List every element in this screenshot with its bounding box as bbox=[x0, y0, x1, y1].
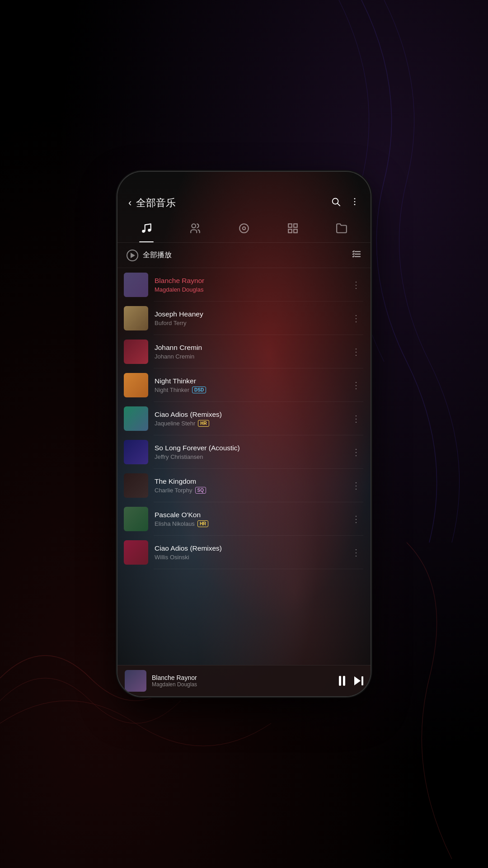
list-item[interactable]: Pascale O'Kon Elisha Nikolaus HR ⋮ bbox=[117, 502, 371, 536]
more-options-icon[interactable] bbox=[350, 197, 360, 209]
list-item[interactable]: Johann Cremin Johann Cremin ⋮ bbox=[117, 335, 371, 368]
songs-tab-icon bbox=[141, 222, 152, 237]
header-right bbox=[331, 197, 360, 209]
song-title: Ciao Adios (Remixes) bbox=[155, 410, 343, 419]
now-playing-info: Blanche Raynor Magdalen Douglas bbox=[152, 674, 333, 688]
song-subtitle: Charlie Torphy SQ bbox=[155, 487, 343, 494]
song-artist: Jeffry Christiansen bbox=[155, 453, 203, 460]
song-info: So Long Forever (Acoustic) Jeffry Christ… bbox=[155, 444, 343, 460]
play-all-bar[interactable]: 全部播放 bbox=[117, 243, 371, 268]
skip-triangle bbox=[354, 676, 361, 685]
list-item[interactable]: So Long Forever (Acoustic) Jeffry Christ… bbox=[117, 435, 371, 469]
song-title: Joseph Heaney bbox=[155, 310, 343, 318]
list-item[interactable]: Blanche Raynor Magdalen Douglas ⋮ bbox=[117, 268, 371, 302]
page-title: 全部音乐 bbox=[136, 196, 176, 210]
now-playing-bar[interactable]: Blanche Raynor Magdalen Douglas bbox=[117, 665, 371, 696]
song-subtitle: Magdalen Douglas bbox=[155, 286, 343, 293]
skip-icon bbox=[354, 676, 363, 685]
play-all-triangle bbox=[131, 253, 135, 258]
playlists-tab-icon bbox=[287, 222, 299, 237]
song-artwork bbox=[124, 473, 148, 498]
svg-rect-12 bbox=[288, 229, 292, 233]
list-item[interactable]: Ciao Adios (Remixes) Jaqueline Stehr HR … bbox=[117, 402, 371, 435]
play-all-text: 全部播放 bbox=[143, 250, 172, 260]
song-artist: Magdalen Douglas bbox=[155, 286, 203, 293]
song-title: Johann Cremin bbox=[155, 344, 343, 352]
song-artwork bbox=[124, 273, 148, 297]
song-title: Blanche Raynor bbox=[155, 277, 343, 285]
song-title: Night Thinker bbox=[155, 377, 343, 385]
song-title: Pascale O'Kon bbox=[155, 511, 343, 519]
quality-badge-dsd: DSD bbox=[192, 387, 206, 393]
svg-point-8 bbox=[239, 224, 249, 233]
song-more-button[interactable]: ⋮ bbox=[349, 377, 363, 393]
play-all-circle bbox=[127, 250, 138, 261]
tab-albums[interactable] bbox=[231, 219, 257, 242]
svg-point-9 bbox=[243, 227, 246, 230]
search-icon[interactable] bbox=[331, 197, 341, 209]
song-more-button[interactable]: ⋮ bbox=[349, 511, 363, 527]
list-item[interactable]: Ciao Adios (Remixes) Willis Osinski ⋮ bbox=[117, 536, 371, 569]
song-artwork bbox=[124, 507, 148, 531]
header-left: ‹ 全部音乐 bbox=[128, 196, 176, 210]
sort-icon[interactable] bbox=[352, 249, 361, 261]
quality-badge-sq: SQ bbox=[195, 487, 206, 494]
svg-point-5 bbox=[142, 230, 145, 233]
song-info: Johann Cremin Johann Cremin bbox=[155, 344, 343, 360]
pause-button[interactable] bbox=[339, 676, 345, 686]
tab-folders[interactable] bbox=[328, 219, 355, 242]
song-title: So Long Forever (Acoustic) bbox=[155, 444, 343, 452]
svg-point-2 bbox=[354, 198, 356, 199]
song-artwork bbox=[124, 406, 148, 431]
albums-tab-icon bbox=[238, 222, 250, 237]
song-list: Blanche Raynor Magdalen Douglas ⋮ Joseph… bbox=[117, 268, 371, 665]
svg-rect-11 bbox=[294, 224, 297, 227]
tab-playlists[interactable] bbox=[280, 219, 306, 242]
song-artist: Johann Cremin bbox=[155, 353, 194, 360]
song-more-button[interactable]: ⋮ bbox=[349, 544, 363, 561]
pause-bar-left bbox=[339, 676, 341, 686]
tab-artists[interactable] bbox=[182, 219, 208, 242]
back-button[interactable]: ‹ bbox=[128, 197, 131, 209]
skip-button[interactable] bbox=[354, 676, 363, 685]
now-playing-controls bbox=[339, 676, 363, 686]
song-artist: Buford Terry bbox=[155, 320, 187, 326]
phone-frame: ‹ 全部音乐 bbox=[117, 172, 371, 696]
song-subtitle: Night Thinker DSD bbox=[155, 387, 343, 393]
song-title: The Kingdom bbox=[155, 477, 343, 486]
artists-tab-icon bbox=[189, 222, 201, 237]
song-artwork bbox=[124, 306, 148, 330]
song-info: Ciao Adios (Remixes) Jaqueline Stehr HR bbox=[155, 410, 343, 427]
song-more-button[interactable]: ⋮ bbox=[349, 444, 363, 460]
song-more-button[interactable]: ⋮ bbox=[349, 410, 363, 427]
song-subtitle: Elisha Nikolaus HR bbox=[155, 520, 343, 527]
song-artwork bbox=[124, 373, 148, 397]
song-subtitle: Jaqueline Stehr HR bbox=[155, 420, 343, 427]
song-more-button[interactable]: ⋮ bbox=[349, 310, 363, 326]
song-artwork bbox=[124, 340, 148, 364]
song-title: Ciao Adios (Remixes) bbox=[155, 544, 343, 552]
song-artwork bbox=[124, 440, 148, 464]
nav-tabs bbox=[117, 217, 371, 243]
list-item[interactable]: Night Thinker Night Thinker DSD ⋮ bbox=[117, 368, 371, 402]
song-more-button[interactable]: ⋮ bbox=[349, 277, 363, 293]
song-subtitle: Jeffry Christiansen bbox=[155, 453, 343, 460]
svg-point-4 bbox=[354, 204, 356, 205]
list-item[interactable]: Joseph Heaney Buford Terry ⋮ bbox=[117, 302, 371, 335]
skip-bar bbox=[361, 676, 363, 685]
now-playing-artwork bbox=[125, 670, 146, 692]
list-item[interactable]: The Kingdom Charlie Torphy SQ ⋮ bbox=[117, 469, 371, 502]
svg-point-6 bbox=[148, 229, 151, 231]
song-more-button[interactable]: ⋮ bbox=[349, 344, 363, 360]
song-artist: Charlie Torphy bbox=[155, 487, 192, 494]
song-info: Night Thinker Night Thinker DSD bbox=[155, 377, 343, 393]
tab-songs[interactable] bbox=[133, 219, 160, 242]
now-playing-artist: Magdalen Douglas bbox=[152, 681, 333, 688]
pause-icon bbox=[339, 676, 345, 686]
svg-rect-13 bbox=[294, 229, 297, 233]
song-artist: Jaqueline Stehr bbox=[155, 420, 195, 427]
song-info: The Kingdom Charlie Torphy SQ bbox=[155, 477, 343, 494]
song-artist: Night Thinker bbox=[155, 387, 189, 393]
song-more-button[interactable]: ⋮ bbox=[349, 477, 363, 494]
song-subtitle: Johann Cremin bbox=[155, 353, 343, 360]
